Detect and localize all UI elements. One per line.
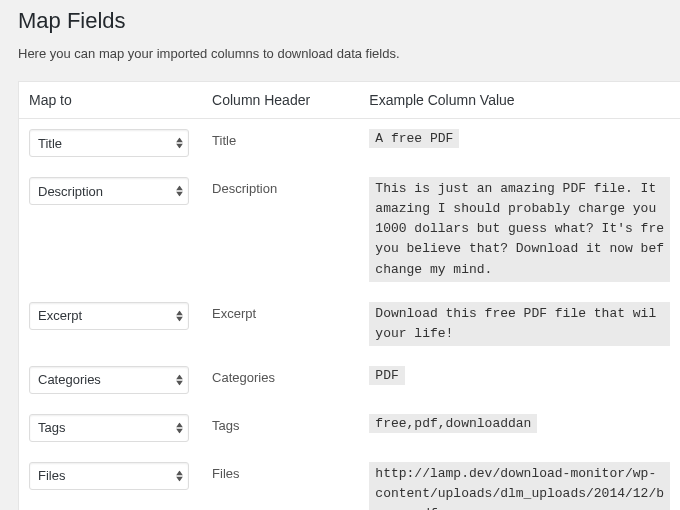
col-header-example: Example Column Value	[359, 82, 680, 119]
mapto-select[interactable]: Files	[29, 462, 189, 490]
table-row: Files Files http://lamp.dev/download-mon…	[19, 452, 681, 510]
map-fields-table: Map to Column Header Example Column Valu…	[18, 81, 680, 510]
table-row: Title Title A free PDF	[19, 119, 681, 168]
example-value: This is just an amazing PDF file. It ama…	[369, 177, 670, 282]
table-row: Description Description This is just an …	[19, 167, 681, 292]
table-row: Categories Categories PDF	[19, 356, 681, 404]
example-value: Download this free PDF file that wil you…	[369, 302, 670, 346]
mapto-select[interactable]: Categories	[29, 366, 189, 394]
column-header-value: Excerpt	[202, 292, 359, 356]
column-header-value: Files	[202, 452, 359, 510]
mapto-select[interactable]: Excerpt	[29, 302, 189, 330]
mapto-select[interactable]: Title	[29, 129, 189, 157]
col-header-columnheader: Column Header	[202, 82, 359, 119]
page-description: Here you can map your imported columns t…	[18, 46, 680, 61]
page-title: Map Fields	[18, 8, 680, 34]
example-value: http://lamp.dev/download-monitor/wp-cont…	[369, 462, 670, 510]
table-row: Tags Tags free,pdf,downloaddan	[19, 404, 681, 452]
mapto-select[interactable]: Tags	[29, 414, 189, 442]
mapto-select[interactable]: Description	[29, 177, 189, 205]
col-header-mapto: Map to	[19, 82, 203, 119]
example-value: PDF	[369, 366, 404, 385]
column-header-value: Title	[202, 119, 359, 168]
example-value: A free PDF	[369, 129, 459, 148]
column-header-value: Tags	[202, 404, 359, 452]
column-header-value: Categories	[202, 356, 359, 404]
table-row: Excerpt Excerpt Download this free PDF f…	[19, 292, 681, 356]
column-header-value: Description	[202, 167, 359, 292]
example-value: free,pdf,downloaddan	[369, 414, 537, 433]
